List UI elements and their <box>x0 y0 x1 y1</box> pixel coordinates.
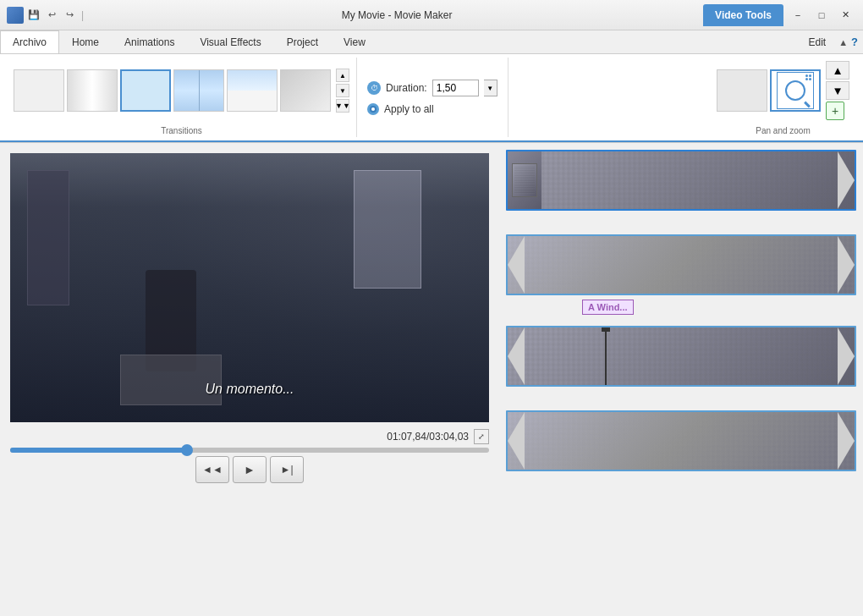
scroll-down-btn[interactable]: ▼ <box>336 84 349 97</box>
text-clip-text: A Wind... <box>588 302 628 312</box>
timeline-panel: A Wind... <box>499 143 863 616</box>
pan-zoom-items <box>717 69 821 112</box>
scroll-more-btn[interactable]: ▼▼ <box>336 99 349 113</box>
apply-all-label: Apply to all <box>384 103 434 115</box>
window-title: My Movie - Movie Maker <box>91 9 703 21</box>
ribbon: Archivo Home Animations Visual Effects P… <box>0 30 863 143</box>
preview-panel: Un momento... 01:07,84/03:04,03 ⤢ ◄◄ ► ►… <box>0 143 499 616</box>
forward-button[interactable]: ►| <box>270 456 304 483</box>
pz-scroll-up[interactable]: ▲ <box>826 61 849 80</box>
ribbon-collapse-btn[interactable]: ▲ <box>838 37 848 47</box>
pz-item-blank[interactable] <box>717 69 767 112</box>
undo-button[interactable]: ↩ <box>44 8 59 23</box>
clock-icon: ⏱ <box>367 81 381 95</box>
clip-thumbnail-2 <box>508 236 855 294</box>
redo-button[interactable]: ↪ <box>62 8 77 23</box>
playback-buttons: ◄◄ ► ►| <box>10 456 489 483</box>
timeline-scroll-area[interactable]: A Wind... <box>499 143 863 616</box>
transitions-scroll: ▲ ▼ ▼▼ <box>336 69 349 113</box>
progress-bar[interactable] <box>10 448 489 453</box>
tab-home[interactable]: Home <box>59 30 112 53</box>
progress-thumb[interactable] <box>181 444 193 456</box>
clip-with-label-2: A Wind... <box>506 234 856 319</box>
clip-thumbnail-4 <box>508 412 855 470</box>
transition-dissolve[interactable] <box>120 69 171 112</box>
duration-dropdown[interactable]: ▼ <box>484 80 497 96</box>
subtitle-text: Un momento... <box>206 382 294 397</box>
pan-zoom-label: Pan and zoom <box>756 124 811 137</box>
pan-zoom-icon <box>777 72 814 109</box>
app-icon <box>7 7 24 24</box>
duration-input[interactable] <box>432 80 479 96</box>
duration-label: Duration: <box>386 82 427 94</box>
window-controls: − □ ✕ <box>787 7 856 24</box>
tab-animations[interactable]: Animations <box>112 30 187 53</box>
ribbon-content: ▲ ▼ ▼▼ Transitions ⏱ Duration: ▼ Apply t… <box>0 54 863 142</box>
progress-fill <box>10 448 187 453</box>
scroll-up-btn[interactable]: ▲ <box>336 69 349 82</box>
transition-corner[interactable] <box>227 69 278 112</box>
timeline-clip-1[interactable] <box>506 150 856 211</box>
first-clip-thumb <box>508 151 541 209</box>
transition-blank[interactable] <box>14 69 64 112</box>
apply-checkbox-icon <box>367 103 379 115</box>
minimize-button[interactable]: − <box>787 7 809 24</box>
clip-thumbnail-3 <box>508 327 855 385</box>
timeline-clip-4[interactable] <box>506 410 856 471</box>
tab-edit[interactable]: Edit <box>795 30 838 53</box>
tab-archivo[interactable]: Archivo <box>0 30 59 53</box>
tab-project[interactable]: Project <box>274 30 331 53</box>
time-text: 01:07,84/03:04,03 <box>387 431 469 443</box>
spacer-2 <box>506 400 856 404</box>
ribbon-tabs: Archivo Home Animations Visual Effects P… <box>0 30 863 54</box>
magnifier-icon <box>785 80 805 101</box>
spacer-1 <box>506 224 856 228</box>
clip-wrapper-4 <box>506 410 856 471</box>
pz-dots <box>805 74 811 80</box>
transition-extra[interactable] <box>280 69 331 112</box>
pan-zoom-scroll: ▲ ▼ + <box>826 61 849 120</box>
video-tools-badge: Video Tools <box>703 4 783 26</box>
transitions-list <box>14 69 331 112</box>
clip-wrapper-1 <box>506 150 856 211</box>
add-pz-btn[interactable]: + <box>826 102 844 120</box>
maximize-button[interactable]: □ <box>811 7 833 24</box>
timeline-clip-2[interactable] <box>506 234 856 295</box>
clip-thumbnail-1 <box>508 151 855 209</box>
title-bar: 💾 ↩ ↪ | My Movie - Movie Maker Video Too… <box>0 0 863 30</box>
tab-visual-effects[interactable]: Visual Effects <box>187 30 273 53</box>
furniture-element <box>120 355 222 405</box>
text-clip-label[interactable]: A Wind... <box>582 300 634 315</box>
transition-wipe[interactable] <box>173 69 224 112</box>
pan-zoom-content: ▲ ▼ + <box>717 58 849 124</box>
duration-row: ⏱ Duration: ▼ <box>367 80 497 96</box>
save-button[interactable]: 💾 <box>26 8 41 23</box>
fullscreen-button[interactable]: ⤢ <box>474 429 489 444</box>
pan-zoom-section: ▲ ▼ + Pan and zoom <box>710 58 856 137</box>
time-display: 01:07,84/03:04,03 ⤢ <box>10 429 489 444</box>
door-element <box>27 170 69 305</box>
pz-scroll-down[interactable]: ▼ <box>826 81 849 100</box>
playhead <box>605 326 607 387</box>
transitions-label: Transitions <box>161 124 202 137</box>
quick-access-toolbar: 💾 ↩ ↪ | <box>7 7 85 24</box>
svg-point-1 <box>371 107 375 111</box>
transitions-items: ▲ ▼ ▼▼ <box>14 58 349 124</box>
video-preview: Un momento... <box>10 153 489 422</box>
close-button[interactable]: ✕ <box>834 7 856 24</box>
main-area: Un momento... 01:07,84/03:04,03 ⤢ ◄◄ ► ►… <box>0 143 863 616</box>
timeline-clip-3[interactable] <box>506 326 856 387</box>
rewind-button[interactable]: ◄◄ <box>195 456 229 483</box>
play-button[interactable]: ► <box>233 456 267 483</box>
duration-section: ⏱ Duration: ▼ Apply to all <box>357 58 508 137</box>
apply-row[interactable]: Apply to all <box>367 103 497 115</box>
window-element <box>354 170 421 289</box>
under-label-2: A Wind... <box>506 295 856 319</box>
transitions-section: ▲ ▼ ▼▼ Transitions <box>7 58 357 137</box>
preview-controls: 01:07,84/03:04,03 ⤢ ◄◄ ► ►| <box>10 429 489 483</box>
clip-wrapper-3 <box>506 326 856 387</box>
help-button[interactable]: ? <box>851 36 858 48</box>
transition-fade[interactable] <box>67 69 118 112</box>
tab-view[interactable]: View <box>331 30 378 53</box>
pz-item-selected[interactable] <box>770 69 821 112</box>
